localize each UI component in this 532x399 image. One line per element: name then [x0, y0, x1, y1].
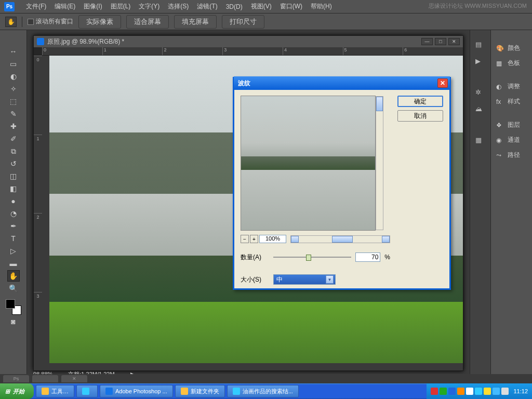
minimize-button[interactable]: —	[421, 38, 433, 45]
preview-scrollbar-v[interactable]	[376, 96, 383, 230]
panel-layer[interactable]: ❖图层	[491, 117, 532, 132]
workspace-tab-1[interactable]: Ps	[3, 375, 29, 382]
quickmask-tool[interactable]: ◙	[7, 316, 20, 327]
zoom-tool[interactable]: 🔍	[7, 283, 20, 294]
fit-screen-button[interactable]: 适合屏幕	[126, 15, 169, 29]
size-combo[interactable]: 中 ▼	[273, 274, 336, 285]
filter-preview[interactable]	[241, 96, 376, 231]
menu-filter[interactable]: 滤镜(T)	[193, 1, 221, 12]
stamp-tool[interactable]: ⧉	[7, 145, 20, 157]
crop-tool[interactable]: ⬚	[7, 96, 20, 107]
document-titlebar[interactable]: 原照.jpg @ 98.9%(RGB/8) * — □ ✕	[34, 36, 463, 47]
taskbar: ⊞开始 工具… Adobe Photoshop ... 新建文件夹 油画作品的搜…	[0, 383, 532, 399]
dialog-titlebar[interactable]: 波纹 ✕	[234, 76, 450, 90]
preview-zoom-value[interactable]: 100%	[259, 235, 286, 243]
nav-panel-icon[interactable]: ✲	[475, 88, 486, 98]
menu-edit[interactable]: 编辑(E)	[50, 1, 79, 12]
ripple-dialog: 波纹 ✕ − + 100% 数量(A) %	[233, 77, 451, 290]
right-dock-icons: ▤ ▶ ✲ ⛰ ▦	[470, 30, 490, 381]
print-size-button[interactable]: 打印尺寸	[222, 15, 264, 29]
menu-view[interactable]: 视图(V)	[247, 1, 276, 12]
preview-scrollbar-h[interactable]	[290, 235, 390, 243]
task-item-2[interactable]	[76, 385, 98, 397]
histogram-panel-icon[interactable]: ⛰	[475, 105, 486, 114]
chevron-down-icon[interactable]: ▼	[326, 275, 334, 284]
zoom-in-button[interactable]: +	[250, 235, 258, 243]
system-tray[interactable]: 11:12	[427, 383, 532, 399]
history-panel-icon[interactable]: ▤	[475, 41, 486, 50]
menu-help[interactable]: 帮助(H)	[307, 1, 336, 12]
scroll-all-checkbox[interactable]: 滚动所有窗口	[28, 17, 73, 26]
shape-tool[interactable]: ▬	[7, 258, 20, 269]
maximize-button[interactable]: □	[435, 38, 446, 45]
lasso-tool[interactable]: ◐	[7, 71, 20, 82]
move-tool[interactable]: ↔	[7, 46, 20, 57]
blur-tool[interactable]: ●	[7, 195, 20, 207]
amount-slider[interactable]	[273, 254, 351, 261]
panel-color[interactable]: 🎨颜色	[491, 41, 532, 56]
color-swatches[interactable]	[6, 299, 21, 315]
close-button[interactable]: ✕	[448, 38, 460, 45]
menu-layer[interactable]: 图层(L)	[107, 1, 135, 12]
start-button[interactable]: ⊞开始	[0, 383, 34, 399]
panel-swatch[interactable]: ▦色板	[491, 56, 532, 71]
workspace-tab-2[interactable]	[32, 375, 58, 382]
ok-button[interactable]: 确定	[397, 96, 443, 107]
wand-tool[interactable]: ✧	[7, 83, 20, 95]
marquee-tool[interactable]: ▭	[7, 58, 20, 70]
brush-tool[interactable]: ✐	[7, 133, 20, 144]
actions-panel-icon[interactable]: ▶	[475, 57, 486, 66]
menu-image[interactable]: 图像(I)	[79, 1, 106, 12]
amount-label: 数量(A)	[241, 253, 269, 262]
right-panels: 🎨颜色 ▦色板 ◐调整 fx样式 ❖图层 ◉通道 ⤳路径	[490, 30, 532, 381]
tray-icon-1[interactable]	[431, 388, 438, 395]
amount-unit: %	[384, 254, 390, 261]
task-item-5[interactable]: 油画作品的搜索结...	[227, 385, 299, 397]
menu-select[interactable]: 选择(S)	[164, 1, 193, 12]
scroll-left-icon[interactable]	[291, 236, 299, 243]
info-panel-icon[interactable]: ▦	[475, 136, 486, 145]
amount-input[interactable]	[355, 252, 380, 262]
eyedropper-tool[interactable]: ✎	[7, 108, 20, 119]
hand-tool-icon[interactable]: ✋	[5, 17, 17, 27]
cancel-button[interactable]: 取消	[397, 110, 443, 122]
history-brush-tool[interactable]: ↺	[7, 158, 20, 169]
menu-3d[interactable]: 3D(D)	[222, 2, 247, 12]
tray-icon-5[interactable]	[466, 388, 473, 395]
fg-color-swatch[interactable]	[6, 299, 15, 309]
panel-channel[interactable]: ◉通道	[491, 132, 532, 148]
path-select-tool[interactable]: ▷	[7, 245, 20, 257]
panel-adjust[interactable]: ◐调整	[491, 79, 532, 94]
pen-tool[interactable]: ✒	[7, 220, 20, 232]
menu-window[interactable]: 窗口(W)	[276, 1, 307, 12]
actual-pixels-button[interactable]: 实际像素	[78, 15, 121, 29]
tray-icon-3[interactable]	[448, 388, 456, 395]
panel-path[interactable]: ⤳路径	[491, 148, 532, 163]
clock[interactable]: 11:12	[513, 388, 528, 394]
panel-style[interactable]: fx样式	[491, 94, 532, 109]
task-item-1[interactable]: 工具…	[36, 385, 74, 397]
workspace-tab-3[interactable]: ✕	[61, 375, 87, 382]
tray-icon-2[interactable]	[440, 388, 447, 395]
menu-file[interactable]: 文件(F)	[22, 1, 50, 12]
toolbox: ↔ ▭ ◐ ✧ ⬚ ✎ ✚ ✐ ⧉ ↺ ◫ ◧ ● ◔ ✒ T ▷ ▬ ✋ 🔍 …	[0, 30, 27, 381]
gradient-tool[interactable]: ◧	[7, 183, 20, 194]
fill-screen-button[interactable]: 填充屏幕	[174, 15, 217, 29]
task-item-3[interactable]: Adobe Photoshop ...	[100, 385, 173, 397]
eraser-tool[interactable]: ◫	[7, 170, 20, 182]
tray-icon-4[interactable]	[457, 388, 464, 395]
tray-icon-7[interactable]	[484, 388, 491, 395]
dodge-tool[interactable]: ◔	[7, 208, 20, 219]
folder-icon	[181, 388, 188, 395]
dialog-close-button[interactable]: ✕	[437, 78, 448, 88]
type-tool[interactable]: T	[7, 233, 20, 244]
menu-type[interactable]: 文字(Y)	[135, 1, 164, 12]
task-item-4[interactable]: 新建文件夹	[175, 385, 225, 397]
hand-tool[interactable]: ✋	[7, 270, 20, 282]
tray-icon-8[interactable]	[493, 388, 500, 395]
tray-icon-9[interactable]	[501, 388, 509, 395]
scroll-right-icon[interactable]	[382, 236, 390, 243]
heal-tool[interactable]: ✚	[7, 121, 20, 132]
tray-icon-6[interactable]	[475, 388, 482, 395]
zoom-out-button[interactable]: −	[241, 235, 249, 243]
